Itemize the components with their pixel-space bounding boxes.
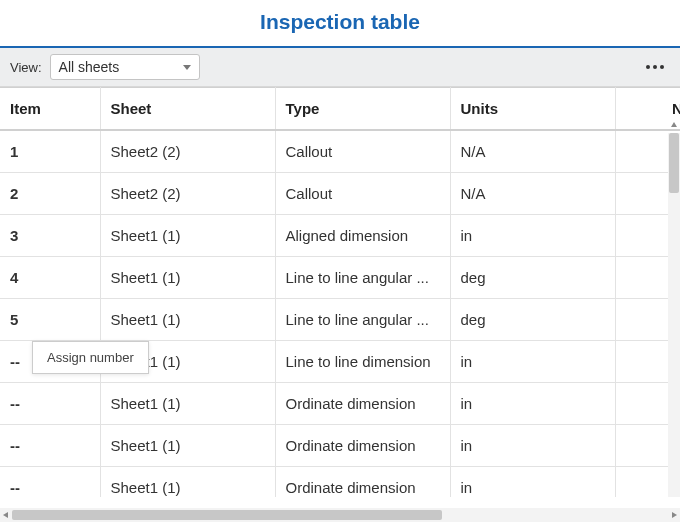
cell-type[interactable]: Callout — [275, 173, 450, 215]
col-header-units[interactable]: Units — [450, 88, 615, 131]
col-header-sheet[interactable]: Sheet — [100, 88, 275, 131]
cell-sheet[interactable]: Sheet1 (1) — [100, 425, 275, 467]
cell-sheet[interactable]: Sheet1 (1) — [100, 215, 275, 257]
cell-sheet[interactable]: Sheet1 (1) — [100, 467, 275, 498]
cell-type[interactable]: Ordinate dimension — [275, 425, 450, 467]
table-row[interactable]: --Sheet1 (1)Ordinate dimensionin.00 — [0, 383, 680, 425]
table-row[interactable]: 4Sheet1 (1)Line to line angular ...deg32… — [0, 257, 680, 299]
cell-item[interactable]: 4 — [0, 257, 100, 299]
cell-units[interactable]: deg — [450, 299, 615, 341]
cell-units[interactable]: N/A — [450, 173, 615, 215]
table-row[interactable]: 2Sheet2 (2)CalloutN/A2. — [0, 173, 680, 215]
cell-item[interactable]: 5 — [0, 299, 100, 341]
cell-item[interactable]: -- — [0, 467, 100, 498]
table-row[interactable]: --Sheet1 (1)Ordinate dimensionin.74 — [0, 467, 680, 498]
view-label: View: — [10, 60, 42, 75]
cell-type[interactable]: Callout — [275, 130, 450, 173]
cell-units[interactable]: in — [450, 215, 615, 257]
inspection-table: Item Sheet Type Units Nomi 1Sheet2 (2)Ca… — [0, 87, 680, 497]
cell-type[interactable]: Line to line angular ... — [275, 257, 450, 299]
cell-units[interactable]: in — [450, 383, 615, 425]
cell-sheet[interactable]: Sheet1 (1) — [100, 257, 275, 299]
chevron-down-icon — [183, 65, 191, 70]
horizontal-scrollbar-thumb[interactable] — [12, 510, 442, 520]
cell-item[interactable]: -- — [0, 425, 100, 467]
cell-type[interactable]: Line to line angular ... — [275, 299, 450, 341]
view-dropdown[interactable]: All sheets — [50, 54, 200, 80]
cell-sheet[interactable]: Sheet2 (2) — [100, 173, 275, 215]
cell-units[interactable]: in — [450, 341, 615, 383]
cell-item[interactable]: -- — [0, 383, 100, 425]
cell-sheet[interactable]: Sheet1 (1) — [100, 383, 275, 425]
table-row[interactable]: 3Sheet1 (1)Aligned dimensionin.89 — [0, 215, 680, 257]
cell-units[interactable]: deg — [450, 257, 615, 299]
table-row[interactable]: --Sheet1 (1)Ordinate dimensionin.23 — [0, 425, 680, 467]
cell-type[interactable]: Aligned dimension — [275, 215, 450, 257]
cell-item[interactable]: 3 — [0, 215, 100, 257]
cell-item[interactable]: 1 — [0, 130, 100, 173]
vertical-scrollbar[interactable] — [668, 133, 680, 497]
scroll-up-icon[interactable] — [671, 122, 677, 127]
cell-units[interactable]: in — [450, 467, 615, 498]
col-header-type[interactable]: Type — [275, 88, 450, 131]
cell-sheet[interactable]: Sheet1 (1) — [100, 299, 275, 341]
col-header-item[interactable]: Item — [0, 88, 100, 131]
toolbar: View: All sheets — [0, 48, 680, 87]
scroll-left-icon[interactable] — [3, 512, 8, 518]
table-header-row: Item Sheet Type Units Nomi — [0, 88, 680, 131]
cell-units[interactable]: N/A — [450, 130, 615, 173]
table-row[interactable]: 1Sheet2 (2)CalloutN/A1. — [0, 130, 680, 173]
panel-title: Inspection table — [0, 0, 680, 48]
table-container: Item Sheet Type Units Nomi 1Sheet2 (2)Ca… — [0, 87, 680, 497]
scroll-right-icon[interactable] — [672, 512, 677, 518]
vertical-scrollbar-thumb[interactable] — [669, 133, 679, 193]
table-row[interactable]: 5Sheet1 (1)Line to line angular ...deg75… — [0, 299, 680, 341]
cell-sheet[interactable]: Sheet2 (2) — [100, 130, 275, 173]
cell-type[interactable]: Ordinate dimension — [275, 383, 450, 425]
cell-units[interactable]: in — [450, 425, 615, 467]
cell-type[interactable]: Ordinate dimension — [275, 467, 450, 498]
horizontal-scrollbar[interactable] — [0, 508, 680, 522]
view-dropdown-value: All sheets — [59, 59, 120, 75]
cell-type[interactable]: Line to line dimension — [275, 341, 450, 383]
context-tooltip: Assign number — [32, 341, 149, 374]
cell-item[interactable]: 2 — [0, 173, 100, 215]
more-options-icon[interactable] — [640, 59, 670, 75]
